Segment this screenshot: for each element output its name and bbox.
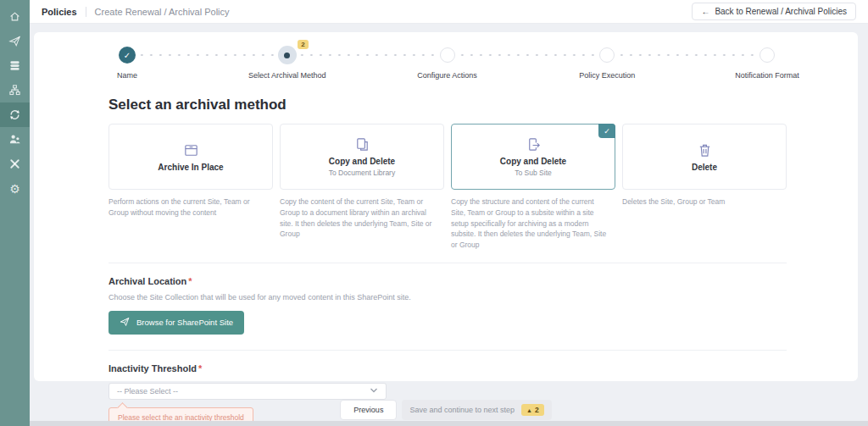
save-and-continue-button[interactable]: Save and continue to next step ▲ 2 [402, 400, 551, 420]
step-label: Select Archival Method [248, 71, 326, 80]
archival-location-help: Choose the Site Collection that will be … [108, 293, 783, 302]
step-upcoming-circle [599, 47, 615, 63]
step-label: Notification Format [735, 71, 799, 80]
inactivity-threshold-label: Inactivity Threshold* [108, 363, 783, 373]
sidebar-item-send[interactable] [0, 29, 30, 53]
step-notification-format[interactable]: Notification Format [757, 46, 777, 80]
method-title: Copy and Delete [329, 157, 395, 166]
method-card-delete[interactable]: Delete [622, 124, 787, 190]
method-subtitle: To Document Library [329, 169, 395, 177]
inactivity-threshold-select[interactable]: -- Please Select -- [108, 383, 387, 400]
previous-button[interactable]: Previous [340, 400, 397, 420]
step-warning-badge: 2 [298, 40, 308, 49]
archival-method-options: Archive In Place Copy and Delete To Docu… [108, 124, 787, 190]
select-value: -- Please Select -- [117, 387, 178, 396]
gear-icon: ⚙ [9, 183, 20, 195]
archive-box-icon [183, 142, 199, 158]
chevron-down-icon [370, 387, 378, 396]
selected-check-icon: ✓ [598, 124, 615, 138]
step-select-archival-method[interactable]: 2 Select Archival Method [277, 46, 298, 80]
section-divider [108, 263, 787, 263]
sidebar-item-layers[interactable] [0, 53, 30, 78]
step-policy-execution[interactable]: Policy Execution [597, 46, 617, 80]
step-connector [298, 54, 437, 56]
method-description: Deletes the Site, Group or Team [622, 196, 787, 251]
content-card: ✓ Name 2 Select Archival Method Configur… [34, 32, 858, 381]
step-label: Name [117, 71, 137, 80]
method-card-copy-delete-doc-library[interactable]: Copy and Delete To Document Library [280, 124, 444, 190]
method-description: Copy the structure and content of the cu… [451, 196, 615, 251]
sidebar-item-settings[interactable]: ⚙ [0, 176, 30, 201]
document-export-icon [526, 136, 542, 152]
browse-button-label: Browse for SharePoint Site [136, 318, 233, 327]
step-connector [617, 54, 757, 56]
sidebar-item-tools[interactable] [0, 152, 30, 176]
method-description: Copy the content of the current Site, Te… [280, 196, 444, 251]
page-title: Select an archival method [108, 97, 783, 113]
sidebar-item-sitemap[interactable] [0, 78, 30, 102]
sidebar-item-home[interactable] [0, 4, 30, 29]
method-card-copy-delete-sub-site[interactable]: ✓ Copy and Delete To Sub Site [451, 124, 615, 190]
back-button-label: Back to Renewal / Archival Policies [715, 7, 847, 16]
users-icon [8, 133, 21, 146]
top-header: Policies Create Renewal / Archival Polic… [30, 0, 868, 24]
step-configure-actions[interactable]: Configure Actions [437, 46, 458, 80]
tools-icon [8, 158, 21, 170]
trash-icon [697, 142, 713, 158]
method-card-archive-in-place[interactable]: Archive In Place [108, 124, 273, 190]
horizontal-scrollbar[interactable] [30, 421, 868, 426]
archival-location-section: Archival Location* Choose the Site Colle… [108, 276, 783, 335]
sidebar-item-users[interactable] [0, 127, 30, 152]
step-upcoming-circle [760, 47, 775, 63]
method-title: Delete [692, 163, 717, 172]
method-title: Copy and Delete [500, 157, 566, 166]
step-connector [458, 54, 598, 56]
breadcrumb-divider [86, 7, 86, 17]
back-button[interactable]: ← Back to Renewal / Archival Policies [692, 3, 856, 20]
home-icon [8, 10, 21, 23]
wizard-footer: Previous Save and continue to next step … [34, 400, 858, 420]
method-descriptions: Perform actions on the current Site, Tea… [108, 196, 787, 251]
step-connector [137, 54, 277, 56]
wizard-stepper: ✓ Name 2 Select Archival Method Configur… [34, 32, 858, 80]
send-icon [120, 317, 130, 329]
warning-count: 2 [535, 406, 539, 414]
required-asterisk: * [198, 363, 202, 373]
step-current-circle [278, 46, 297, 64]
send-icon [8, 35, 21, 47]
archival-location-label: Archival Location* [108, 276, 783, 286]
sidebar-item-sync[interactable] [0, 102, 30, 127]
section-divider [108, 350, 787, 351]
check-icon: ✓ [124, 51, 131, 60]
browse-sharepoint-site-button[interactable]: Browse for SharePoint Site [108, 311, 244, 335]
layers-icon [8, 59, 21, 72]
breadcrumb-section[interactable]: Policies [42, 7, 77, 17]
back-arrow-icon: ← [701, 7, 709, 16]
method-description: Perform actions on the current Site, Tea… [108, 196, 273, 251]
warning-count-badge: ▲ 2 [521, 404, 544, 416]
warning-icon: ▲ [526, 407, 532, 413]
step-label: Configure Actions [417, 71, 477, 80]
breadcrumb-page-title: Create Renewal / Archival Policy [95, 7, 230, 17]
step-done-circle: ✓ [119, 47, 136, 64]
save-button-label: Save and continue to next step [409, 406, 515, 414]
step-label: Policy Execution [579, 71, 635, 80]
copy-document-icon [354, 136, 370, 152]
sitemap-icon [8, 84, 21, 97]
sidebar: ⚙ [0, 0, 30, 426]
method-title: Archive In Place [158, 163, 223, 172]
sync-icon [8, 108, 21, 121]
method-subtitle: To Sub Site [515, 169, 551, 177]
step-upcoming-circle [440, 47, 455, 63]
step-name[interactable]: ✓ Name [117, 46, 137, 80]
required-asterisk: * [188, 276, 192, 286]
